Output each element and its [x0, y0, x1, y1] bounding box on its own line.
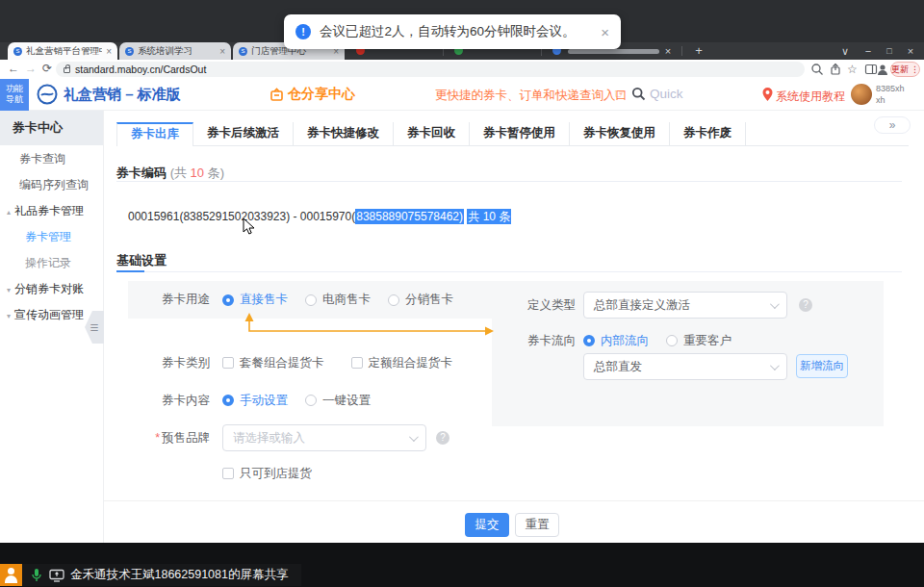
- tab-close-icon[interactable]: ×: [219, 46, 225, 57]
- reload-icon[interactable]: ⟳: [42, 62, 52, 75]
- card-flow-label: 券卡流向: [526, 333, 576, 349]
- chrome-update-button[interactable]: 更新 ⋮: [890, 62, 920, 77]
- back-icon[interactable]: ←: [8, 62, 19, 75]
- submit-button[interactable]: 提交: [465, 513, 509, 537]
- code-selected: 8385889075578462): [355, 209, 464, 224]
- sidebar-item-code-sequence-query[interactable]: 编码序列查询: [0, 172, 104, 198]
- screen: S 礼盒营销平台管理中心 × S 系统培训学习 × S 门店管理中心 × × +…: [0, 0, 924, 587]
- notification-close-icon[interactable]: ×: [601, 24, 609, 40]
- sidebar-item-label: 券卡管理: [25, 230, 71, 243]
- location-pin-icon: [762, 88, 773, 101]
- radio-one-click-setting[interactable]: [305, 395, 317, 406]
- chevron-down-icon: [770, 299, 780, 309]
- restore-button[interactable]: □: [882, 42, 897, 60]
- username-sub: xh: [876, 94, 905, 106]
- desktop-bottom-area: 金禾通技术王斌18662591081的屏幕共享: [0, 543, 924, 587]
- url-input[interactable]: standard.maboy.cn/CardsOut: [56, 62, 805, 77]
- tutorial-link[interactable]: 系统使用教程: [776, 89, 845, 105]
- share-center-link[interactable]: 仓分享中心: [270, 86, 355, 103]
- tab-card-recycle[interactable]: 券卡回收: [394, 122, 470, 146]
- forward-icon[interactable]: →: [25, 62, 37, 75]
- sidebar-item-label: 编码序列查询: [19, 178, 89, 191]
- share-center-icon: [270, 88, 284, 102]
- quick-search-icon[interactable]: [631, 87, 646, 101]
- tab-followup-activate[interactable]: 券卡后续激活: [193, 122, 294, 146]
- tab-close-icon[interactable]: ×: [106, 46, 112, 57]
- option-distribution-sale[interactable]: 分销售卡: [405, 292, 453, 308]
- tab-resume-use[interactable]: 券卡恢复使用: [570, 122, 670, 146]
- option-manual-setting[interactable]: 手动设置: [240, 393, 288, 409]
- function-nav-badge[interactable]: 功能 导航: [0, 79, 29, 111]
- footer-divider: [104, 500, 924, 501]
- sidebar-item-operation-log[interactable]: 操作记录: [0, 250, 104, 276]
- collapse-arrow-icon: ▴: [7, 208, 11, 217]
- promo-text: 更快捷的券卡、订单和快递查询入口: [435, 88, 628, 104]
- radio-direct-sale[interactable]: [222, 294, 234, 306]
- browser-tab-title: 系统培训学习: [138, 45, 216, 58]
- checkbox-fixed-amount-card[interactable]: [351, 357, 363, 369]
- radio-important-customer[interactable]: [666, 335, 678, 346]
- expand-arrow-icon: ▾: [7, 286, 11, 294]
- browser-addressbar: ← → ⟳ standard.maboy.cn/CardsOut ☆ 更新 ⋮: [0, 60, 924, 79]
- user-avatar[interactable]: [851, 84, 872, 105]
- help-icon[interactable]: ?: [436, 431, 449, 445]
- tab-suspend-use[interactable]: 券卡暂停使用: [470, 122, 570, 146]
- option-ecommerce-sale[interactable]: 电商售卡: [322, 292, 371, 308]
- sidebar-group-distribution-reconcile[interactable]: ▾分销券卡对账: [0, 276, 104, 302]
- browser-tab-1[interactable]: S 礼盒营销平台管理中心 ×: [8, 42, 117, 60]
- window-close-button[interactable]: ×: [903, 42, 918, 60]
- store-only-row: 只可到店提货: [222, 465, 329, 482]
- define-type-row: 定义类型 总部直接定义激活 ?: [526, 292, 812, 319]
- category-label: 券卡类别: [128, 355, 210, 371]
- presale-brand-label-text: 预售品牌: [162, 431, 210, 445]
- zoom-icon[interactable]: [810, 63, 824, 76]
- radio-ecommerce-sale[interactable]: [305, 294, 317, 306]
- app-header: 功能 导航 礼盒营销 – 标准版 仓分享中心 更快捷的券卡、订单和快递查询入口 …: [0, 79, 924, 111]
- sidebar-group-label: 宣传动画管理: [14, 308, 84, 321]
- divider: [116, 271, 902, 272]
- username: 8385xh: [876, 83, 905, 94]
- presale-brand-select[interactable]: 请选择或输入: [222, 424, 426, 451]
- option-internal-flow[interactable]: 内部流向: [601, 333, 649, 349]
- profile-icon[interactable]: [876, 63, 889, 76]
- tab-search-chevron-icon[interactable]: ∨: [837, 42, 853, 60]
- tab-card-void[interactable]: 券卡作废: [670, 122, 746, 146]
- card-code-range: 00015961(8385291502033923) - 00015970(83…: [128, 209, 511, 225]
- help-icon[interactable]: ?: [799, 298, 812, 312]
- option-fixed-amount-card[interactable]: 定额组合提货卡: [369, 355, 453, 371]
- username-block: 8385xh xh: [876, 83, 905, 106]
- minimize-button[interactable]: −: [860, 42, 876, 60]
- browser-tab-2[interactable]: S 系统培训学习 ×: [119, 42, 231, 60]
- quick-label[interactable]: Quick: [650, 87, 683, 101]
- checkbox-store-only[interactable]: [222, 468, 234, 479]
- sidebar-item-card-management-active[interactable]: 券卡管理: [0, 224, 104, 250]
- menu-lines-icon: ☰: [90, 322, 99, 333]
- favicon-icon: S: [13, 47, 22, 56]
- tab-card-outbound[interactable]: 券卡出库: [116, 122, 193, 146]
- option-important-customer[interactable]: 重要客户: [683, 333, 732, 349]
- option-store-only[interactable]: 只可到店提货: [240, 466, 312, 482]
- new-tab-button[interactable]: +: [691, 42, 706, 60]
- sidebar-group-gift-card-mgmt[interactable]: ▴礼品券卡管理: [0, 198, 104, 224]
- option-direct-sale[interactable]: 直接售卡: [240, 292, 288, 308]
- flow-direction-select[interactable]: 总部直发: [583, 353, 787, 380]
- option-one-click-setting[interactable]: 一键设置: [322, 393, 371, 409]
- define-type-select[interactable]: 总部直接定义激活: [583, 292, 787, 319]
- browser-tab-title: 礼盒营销平台管理中心: [26, 45, 102, 58]
- sidebar-item-label: 券卡查询: [19, 152, 65, 166]
- add-flow-button[interactable]: 新增流向: [796, 354, 848, 378]
- option-combo-package-card[interactable]: 套餐组合提货卡: [240, 355, 324, 371]
- tab-close-icon[interactable]: ×: [660, 42, 676, 60]
- radio-distribution-sale[interactable]: [388, 294, 399, 306]
- bookmark-star-icon[interactable]: ☆: [847, 63, 858, 76]
- checkbox-combo-package-card[interactable]: [222, 357, 234, 369]
- radio-manual-setting[interactable]: [222, 395, 234, 406]
- sidebar-item-card-query[interactable]: 券卡查询: [0, 146, 104, 172]
- nav-badge-line1: 功能: [0, 84, 29, 94]
- panel-collapse-button[interactable]: »: [874, 116, 911, 134]
- radio-internal-flow[interactable]: [583, 335, 595, 346]
- tab-quick-modify[interactable]: 券卡快捷修改: [294, 122, 394, 146]
- share-icon[interactable]: [829, 63, 842, 76]
- chevron-down-icon: [770, 361, 780, 370]
- reset-button[interactable]: 重置: [515, 513, 559, 537]
